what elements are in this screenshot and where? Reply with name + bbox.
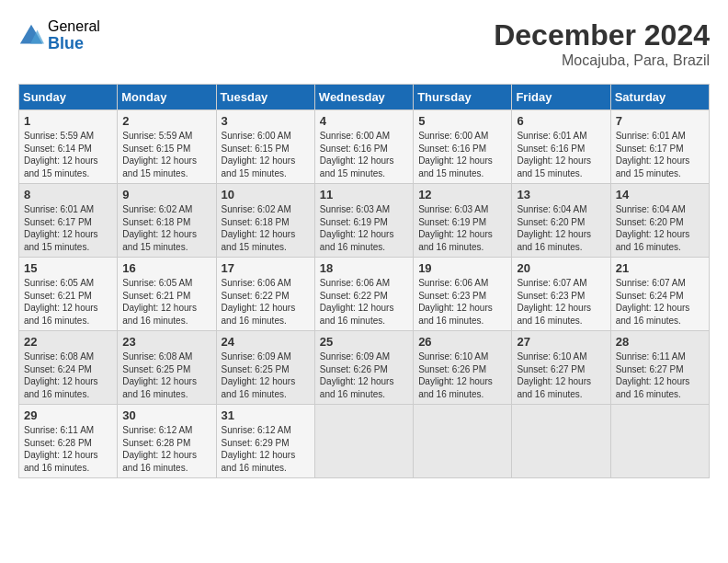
column-header-wednesday: Wednesday [314, 85, 413, 110]
logo: General Blue [18, 18, 100, 52]
day-number: 17 [222, 261, 310, 275]
calendar-cell: 7 Sunrise: 6:01 AMSunset: 6:17 PMDayligh… [610, 110, 709, 184]
column-header-thursday: Thursday [414, 85, 512, 110]
calendar-cell: 19 Sunrise: 6:06 AMSunset: 6:23 PMDaylig… [414, 258, 512, 331]
day-number: 29 [24, 408, 112, 422]
day-info: Sunrise: 6:00 AMSunset: 6:16 PMDaylight:… [418, 131, 493, 178]
day-number: 25 [320, 335, 408, 349]
day-info: Sunrise: 6:07 AMSunset: 6:23 PMDaylight:… [517, 278, 591, 326]
day-number: 6 [517, 114, 605, 128]
day-number: 8 [24, 188, 112, 201]
day-number: 14 [616, 188, 704, 201]
day-info: Sunrise: 6:00 AMSunset: 6:15 PMDaylight:… [222, 131, 296, 178]
header-row: SundayMondayTuesdayWednesdayThursdayFrid… [19, 85, 710, 110]
calendar-cell: 9 Sunrise: 6:02 AMSunset: 6:18 PMDayligh… [118, 184, 216, 258]
calendar-cell: 11 Sunrise: 6:03 AMSunset: 6:19 PMDaylig… [314, 184, 413, 258]
calendar-cell: 15 Sunrise: 6:05 AMSunset: 6:21 PMDaylig… [19, 258, 118, 331]
calendar-cell: 29 Sunrise: 6:11 AMSunset: 6:28 PMDaylig… [19, 405, 118, 478]
calendar-cell: 2 Sunrise: 5:59 AMSunset: 6:15 PMDayligh… [118, 110, 216, 184]
day-number: 9 [122, 188, 210, 201]
day-number: 19 [418, 261, 506, 275]
day-info: Sunrise: 6:04 AMSunset: 6:20 PMDaylight:… [517, 204, 591, 252]
location-title: Mocajuba, Para, Brazil [494, 52, 710, 69]
day-number: 26 [418, 335, 506, 349]
calendar-cell: 17 Sunrise: 6:06 AMSunset: 6:22 PMDaylig… [216, 258, 314, 331]
day-number: 22 [24, 335, 112, 349]
day-info: Sunrise: 6:06 AMSunset: 6:23 PMDaylight:… [418, 278, 493, 326]
week-row: 22 Sunrise: 6:08 AMSunset: 6:24 PMDaylig… [19, 331, 710, 405]
day-info: Sunrise: 6:11 AMSunset: 6:27 PMDaylight:… [616, 351, 690, 399]
day-info: Sunrise: 6:03 AMSunset: 6:19 PMDaylight:… [320, 204, 394, 252]
day-number: 27 [517, 335, 605, 349]
calendar-table: SundayMondayTuesdayWednesdayThursdayFrid… [18, 84, 710, 478]
day-number: 18 [320, 261, 408, 275]
calendar-cell: 1 Sunrise: 5:59 AMSunset: 6:14 PMDayligh… [19, 110, 118, 184]
day-number: 3 [222, 114, 310, 128]
day-info: Sunrise: 6:09 AMSunset: 6:26 PMDaylight:… [320, 351, 394, 399]
day-info: Sunrise: 6:06 AMSunset: 6:22 PMDaylight:… [222, 278, 296, 326]
logo-general: General [48, 18, 100, 35]
day-number: 5 [418, 114, 506, 128]
day-number: 20 [517, 261, 605, 275]
day-info: Sunrise: 6:02 AMSunset: 6:18 PMDaylight:… [222, 204, 296, 252]
day-number: 15 [24, 261, 112, 275]
day-number: 24 [222, 335, 310, 349]
day-number: 11 [320, 188, 408, 201]
week-row: 1 Sunrise: 5:59 AMSunset: 6:14 PMDayligh… [19, 110, 710, 184]
day-info: Sunrise: 6:04 AMSunset: 6:20 PMDaylight:… [616, 204, 690, 252]
calendar-cell [512, 405, 610, 478]
calendar-cell: 24 Sunrise: 6:09 AMSunset: 6:25 PMDaylig… [216, 331, 314, 405]
day-info: Sunrise: 6:10 AMSunset: 6:27 PMDaylight:… [517, 351, 591, 399]
day-number: 7 [616, 114, 704, 128]
calendar-cell: 4 Sunrise: 6:00 AMSunset: 6:16 PMDayligh… [314, 110, 413, 184]
calendar-cell: 18 Sunrise: 6:06 AMSunset: 6:22 PMDaylig… [314, 258, 413, 331]
calendar-cell: 14 Sunrise: 6:04 AMSunset: 6:20 PMDaylig… [610, 184, 709, 258]
column-header-saturday: Saturday [610, 85, 709, 110]
column-header-tuesday: Tuesday [216, 85, 314, 110]
page-header: General Blue December 2024 Mocajuba, Par… [18, 18, 710, 69]
month-title: December 2024 [494, 18, 710, 52]
day-number: 16 [122, 261, 210, 275]
calendar-cell: 12 Sunrise: 6:03 AMSunset: 6:19 PMDaylig… [414, 184, 512, 258]
logo-icon [18, 23, 44, 49]
day-number: 13 [517, 188, 605, 201]
day-info: Sunrise: 6:10 AMSunset: 6:26 PMDaylight:… [418, 351, 493, 399]
day-info: Sunrise: 6:05 AMSunset: 6:21 PMDaylight:… [122, 278, 197, 326]
calendar-cell: 28 Sunrise: 6:11 AMSunset: 6:27 PMDaylig… [610, 331, 709, 405]
day-info: Sunrise: 6:03 AMSunset: 6:19 PMDaylight:… [418, 204, 493, 252]
week-row: 29 Sunrise: 6:11 AMSunset: 6:28 PMDaylig… [19, 405, 710, 478]
day-number: 21 [616, 261, 704, 275]
day-number: 28 [616, 335, 704, 349]
title-block: December 2024 Mocajuba, Para, Brazil [494, 18, 710, 69]
calendar-cell: 6 Sunrise: 6:01 AMSunset: 6:16 PMDayligh… [512, 110, 610, 184]
calendar-cell: 25 Sunrise: 6:09 AMSunset: 6:26 PMDaylig… [314, 331, 413, 405]
day-info: Sunrise: 6:11 AMSunset: 6:28 PMDaylight:… [24, 425, 98, 473]
calendar-cell: 23 Sunrise: 6:08 AMSunset: 6:25 PMDaylig… [118, 331, 216, 405]
day-info: Sunrise: 5:59 AMSunset: 6:15 PMDaylight:… [122, 131, 197, 178]
day-number: 4 [320, 114, 408, 128]
day-info: Sunrise: 6:02 AMSunset: 6:18 PMDaylight:… [122, 204, 197, 252]
day-info: Sunrise: 6:08 AMSunset: 6:25 PMDaylight:… [122, 351, 197, 399]
day-number: 12 [418, 188, 506, 201]
calendar-cell: 16 Sunrise: 6:05 AMSunset: 6:21 PMDaylig… [118, 258, 216, 331]
calendar-cell [610, 405, 709, 478]
day-number: 23 [122, 335, 210, 349]
calendar-cell: 10 Sunrise: 6:02 AMSunset: 6:18 PMDaylig… [216, 184, 314, 258]
day-number: 31 [222, 408, 310, 422]
day-info: Sunrise: 6:08 AMSunset: 6:24 PMDaylight:… [24, 351, 98, 399]
calendar-cell: 31 Sunrise: 6:12 AMSunset: 6:29 PMDaylig… [216, 405, 314, 478]
day-number: 30 [122, 408, 210, 422]
calendar-cell: 21 Sunrise: 6:07 AMSunset: 6:24 PMDaylig… [610, 258, 709, 331]
logo-blue: Blue [48, 35, 100, 53]
day-info: Sunrise: 6:12 AMSunset: 6:29 PMDaylight:… [222, 425, 296, 473]
calendar-cell: 13 Sunrise: 6:04 AMSunset: 6:20 PMDaylig… [512, 184, 610, 258]
day-number: 2 [122, 114, 210, 128]
day-info: Sunrise: 6:12 AMSunset: 6:28 PMDaylight:… [122, 425, 197, 473]
day-info: Sunrise: 6:01 AMSunset: 6:16 PMDaylight:… [517, 131, 591, 178]
day-info: Sunrise: 6:07 AMSunset: 6:24 PMDaylight:… [616, 278, 690, 326]
calendar-cell: 30 Sunrise: 6:12 AMSunset: 6:28 PMDaylig… [118, 405, 216, 478]
calendar-cell [414, 405, 512, 478]
calendar-cell: 22 Sunrise: 6:08 AMSunset: 6:24 PMDaylig… [19, 331, 118, 405]
day-info: Sunrise: 6:09 AMSunset: 6:25 PMDaylight:… [222, 351, 296, 399]
day-info: Sunrise: 6:00 AMSunset: 6:16 PMDaylight:… [320, 131, 394, 178]
